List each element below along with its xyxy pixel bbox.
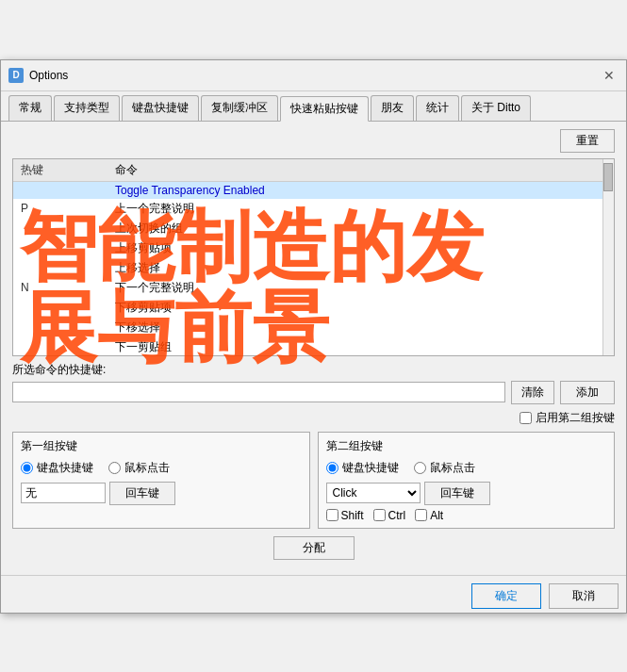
enable-second-group-label: 启用第二组按键: [536, 410, 615, 426]
group1-enter-key[interactable]: 回车键: [109, 482, 175, 505]
tab-quick-paste[interactable]: 快速粘贴按键: [280, 96, 369, 122]
cell-hotkey: [13, 337, 107, 356]
assign-button[interactable]: 分配: [273, 536, 355, 560]
hotkey-input[interactable]: [12, 382, 505, 402]
clear-button[interactable]: 清除: [511, 381, 554, 404]
table-row[interactable]: Toggle Transparency Enabled: [13, 181, 614, 199]
group2-radio-group: 键盘快捷键 鼠标点击: [326, 460, 607, 476]
cell-hotkey: N: [13, 278, 107, 298]
table-row[interactable]: 上次切换的组: [13, 219, 614, 238]
cell-hotkey: [13, 318, 107, 337]
group2-radio-keyboard[interactable]: 键盘快捷键: [326, 460, 399, 476]
group1-key-row: 回车键: [21, 482, 302, 505]
reset-row: 重置: [12, 129, 615, 153]
modifier-checks: Shift Ctrl Alt: [326, 509, 607, 522]
col-header-cmd: 命令: [107, 159, 614, 182]
cell-cmd: 下移剪贴项: [107, 298, 614, 318]
group1-radio-group: 键盘快捷键 鼠标点击: [21, 460, 302, 476]
titlebar-left: D Options: [8, 68, 68, 83]
cell-cmd: 上一个完整说明: [107, 199, 614, 219]
group2-enter-key[interactable]: 回车键: [424, 482, 490, 505]
assign-row: 分配: [12, 536, 615, 560]
table-row[interactable]: 下移选择: [13, 318, 614, 337]
tab-keyboard-shortcuts[interactable]: 键盘快捷键: [122, 95, 199, 121]
options-window: D Options ✕ 常规 支持类型 键盘快捷键 复制缓冲区 快速粘贴按键 朋…: [0, 59, 627, 614]
cancel-button[interactable]: 取消: [549, 583, 619, 609]
tab-general[interactable]: 常规: [8, 95, 52, 121]
table-row[interactable]: 上移选择: [13, 258, 614, 278]
group1-box: 第一组按键 键盘快捷键 鼠标点击 回车键: [12, 432, 310, 529]
cell-cmd: 下一个完整说明: [107, 278, 614, 298]
titlebar: D Options ✕: [1, 60, 626, 91]
tab-support-type[interactable]: 支持类型: [54, 95, 120, 121]
cell-hotkey: [13, 181, 107, 199]
cell-hotkey: P: [13, 199, 107, 219]
group1-key-input[interactable]: [21, 483, 106, 503]
cell-cmd: 下移选择: [107, 318, 614, 337]
tab-content: 重置 热键 命令 Toggle Transparency EnabledP上一个…: [1, 122, 626, 575]
group1-radio-mouse[interactable]: 鼠标点击: [108, 460, 170, 476]
app-icon: D: [8, 68, 24, 83]
tab-stats[interactable]: 统计: [416, 95, 459, 121]
cell-cmd: 上移剪贴项: [107, 238, 614, 258]
selected-cmd-label: 所选命令的快捷键:: [12, 362, 615, 378]
group2-click-select[interactable]: ClickDouble ClickMiddle ClickRight Click: [326, 483, 421, 503]
reset-button[interactable]: 重置: [560, 129, 615, 153]
ctrl-check[interactable]: Ctrl: [373, 509, 406, 522]
tab-copy-buffer[interactable]: 复制缓冲区: [201, 95, 278, 121]
cell-cmd: 上移选择: [107, 258, 614, 278]
group2-key-row: ClickDouble ClickMiddle ClickRight Click…: [326, 482, 607, 505]
table-row[interactable]: P上一个完整说明: [13, 199, 614, 219]
group2-radio-mouse[interactable]: 鼠标点击: [414, 460, 475, 476]
alt-check[interactable]: Alt: [415, 509, 443, 522]
shift-check[interactable]: Shift: [326, 509, 364, 522]
enable-second-group-row: 启用第二组按键: [12, 410, 615, 426]
col-header-hotkey: 热键: [13, 159, 107, 182]
group2-box: 第二组按键 键盘快捷键 鼠标点击 ClickDouble ClickMiddle…: [318, 432, 616, 529]
hotkey-input-row: 清除 添加: [12, 381, 615, 404]
shortcut-table: 热键 命令 Toggle Transparency EnabledP上一个完整说…: [13, 159, 614, 356]
group2-title: 第二组按键: [326, 438, 607, 454]
scrollbar-thumb[interactable]: [603, 163, 613, 191]
cell-hotkey: [13, 298, 107, 318]
cell-hotkey: [13, 238, 107, 258]
add-button[interactable]: 添加: [560, 381, 615, 404]
bottom-row: 确定 取消: [1, 575, 626, 613]
ok-button[interactable]: 确定: [471, 583, 541, 609]
cell-hotkey: [13, 258, 107, 278]
tab-friends[interactable]: 朋友: [371, 95, 414, 121]
cell-cmd: 下一剪贴组: [107, 337, 614, 356]
cell-cmd: Toggle Transparency Enabled: [107, 181, 614, 199]
enable-second-group-checkbox[interactable]: [520, 412, 532, 424]
close-button[interactable]: ✕: [600, 66, 619, 85]
groups-container: 第一组按键 键盘快捷键 鼠标点击 回车键: [12, 432, 615, 529]
cell-hotkey: [13, 219, 107, 238]
tab-bar: 常规 支持类型 键盘快捷键 复制缓冲区 快速粘贴按键 朋友 统计 关于 Ditt…: [1, 91, 626, 122]
shortcut-table-container[interactable]: 热键 命令 Toggle Transparency EnabledP上一个完整说…: [12, 158, 615, 356]
scrollbar-track[interactable]: [602, 159, 614, 355]
table-row[interactable]: 下移剪贴项: [13, 298, 614, 318]
cell-cmd: 上次切换的组: [107, 219, 614, 238]
group1-radio-keyboard[interactable]: 键盘快捷键: [21, 460, 93, 476]
table-row[interactable]: 上移剪贴项: [13, 238, 614, 258]
tab-about[interactable]: 关于 Ditto: [461, 95, 531, 121]
table-row[interactable]: 下一剪贴组: [13, 337, 614, 356]
group1-title: 第一组按键: [21, 438, 302, 454]
window-title: Options: [29, 69, 68, 82]
table-row[interactable]: N下一个完整说明: [13, 278, 614, 298]
